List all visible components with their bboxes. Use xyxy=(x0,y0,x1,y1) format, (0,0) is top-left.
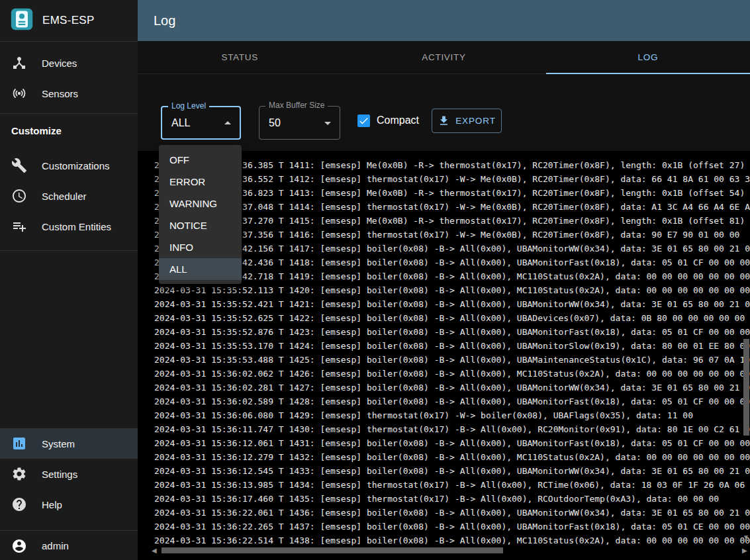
log-line: 2024-03-31 15:35:37.270 T 1415: [emsesp]… xyxy=(154,214,750,228)
sidebar-item-settings[interactable]: Settings xyxy=(0,459,138,489)
log-line: 2024-03-31 15:36:12.061 T 1431: [emsesp]… xyxy=(154,436,750,450)
sidebar-item-sensors[interactable]: Sensors xyxy=(0,78,138,109)
scroll-left-icon[interactable]: ◀ xyxy=(152,547,157,554)
user-name: admin xyxy=(42,540,69,551)
sidebar-item-devices[interactable]: Devices xyxy=(0,48,138,78)
sidebar-item-label: Help xyxy=(42,499,62,510)
max-buffer-size-select[interactable]: Max Buffer Size 50 xyxy=(259,106,340,140)
log-line: 2024-03-31 15:35:37.048 T 1414: [emsesp]… xyxy=(154,200,750,214)
help-icon xyxy=(11,496,27,512)
menu-item-error[interactable]: ERROR xyxy=(159,171,242,193)
log-line: 2024-03-31 15:36:12.545 T 1433: [emsesp]… xyxy=(154,464,750,478)
download-icon xyxy=(438,115,450,127)
menu-item-off[interactable]: OFF xyxy=(159,149,242,171)
log-line: 2024-03-31 15:36:02.281 T 1427: [emsesp]… xyxy=(154,381,750,395)
log-line: 2024-03-31 15:35:52.625 T 1422: [emsesp]… xyxy=(154,311,750,325)
export-button[interactable]: EXPORT xyxy=(432,109,502,133)
sidebar-item-scheduler[interactable]: Scheduler xyxy=(0,181,138,211)
scroll-down-icon[interactable]: ▼ xyxy=(743,534,749,541)
menu-item-info[interactable]: INFO xyxy=(159,236,242,258)
log-line: 2024-03-31 15:36:02.589 T 1428: [emsesp]… xyxy=(154,395,750,408)
log-line: 2024-03-31 15:35:42.156 T 1417: [emsesp]… xyxy=(154,242,750,256)
chevron-up-icon xyxy=(220,115,236,131)
sidebar-item-custom-entities[interactable]: Custom Entities xyxy=(0,211,138,242)
log-line: 2024-03-31 15:35:53.488 T 1425: [emsesp]… xyxy=(154,353,750,367)
tab-activity[interactable]: ACTIVITY xyxy=(342,41,545,73)
log-level-menu: OFF ERROR WARNING NOTICE INFO ALL xyxy=(159,145,242,284)
log-line: 2024-03-31 15:36:17.460 T 1435: [emsesp]… xyxy=(154,492,750,506)
log-line: 2024-03-31 15:36:02.062 T 1426: [emsesp]… xyxy=(154,367,750,381)
gear-icon xyxy=(11,466,27,482)
log-line: 2024-03-31 15:35:52.876 T 1423: [emsesp]… xyxy=(154,325,750,339)
sidebar-item-label: Customizations xyxy=(42,160,110,171)
sidebar-item-label: Scheduler xyxy=(42,191,87,202)
tab-bar: STATUS ACTIVITY LOG xyxy=(138,41,750,74)
log-line: 2024-03-31 15:35:53.170 T 1424: [emsesp]… xyxy=(154,339,750,353)
tab-log[interactable]: LOG xyxy=(546,41,750,73)
clock-icon xyxy=(11,188,27,204)
menu-item-notice[interactable]: NOTICE xyxy=(159,214,242,236)
log-line: 2024-03-31 15:35:37.356 T 1416: [emsesp]… xyxy=(154,228,750,242)
sidebar: EMS-ESP Devices Sensors Customize Custom… xyxy=(0,0,138,560)
divider xyxy=(0,113,138,114)
sidebar-item-label: Sensors xyxy=(42,88,78,99)
app-bar: Log xyxy=(138,0,750,41)
sensors-icon xyxy=(11,85,27,101)
sidebar-item-system[interactable]: System xyxy=(0,428,138,459)
horizontal-scrollbar-thumb[interactable] xyxy=(162,547,503,553)
account-circle-icon xyxy=(11,538,27,554)
log-line: 2024-03-31 15:35:42.718 T 1419: [emsesp]… xyxy=(154,269,750,283)
log-line: 2024-03-31 15:36:13.985 T 1434: [emsesp]… xyxy=(154,478,750,492)
tab-status[interactable]: STATUS xyxy=(138,41,342,73)
log-line: 2024-03-31 15:36:22.265 T 1437: [emsesp]… xyxy=(154,520,750,534)
log-level-select[interactable]: Log Level ALL xyxy=(161,106,241,140)
checkbox-checked-icon xyxy=(357,115,370,127)
menu-item-warning[interactable]: WARNING xyxy=(159,193,242,214)
sidebar-item-label: Devices xyxy=(42,58,77,69)
sidebar-item-label: Custom Entities xyxy=(42,221,111,232)
compact-label: Compact xyxy=(377,115,419,126)
log-line: 2024-03-31 15:35:52.421 T 1421: [emsesp]… xyxy=(154,297,750,311)
max-buffer-size-label: Max Buffer Size xyxy=(265,101,328,110)
chevron-down-icon xyxy=(320,115,336,131)
app-header: EMS-ESP xyxy=(0,0,138,41)
sidebar-item-customizations[interactable]: Customizations xyxy=(0,150,138,181)
log-line: 2024-03-31 15:36:22.061 T 1436: [emsesp]… xyxy=(154,506,750,520)
divider xyxy=(0,41,138,42)
system-chart-icon xyxy=(11,436,27,451)
sidebar-item-label: System xyxy=(42,438,75,449)
playlist-add-icon xyxy=(11,218,27,234)
divider xyxy=(0,530,138,531)
sidebar-item-label: Settings xyxy=(42,469,77,480)
divider xyxy=(0,250,138,251)
log-line: 2024-03-31 15:36:11.747 T 1430: [emsesp]… xyxy=(154,422,750,436)
sidebar-item-help[interactable]: Help xyxy=(0,489,138,520)
log-line: 2024-03-31 15:35:42.436 T 1418: [emsesp]… xyxy=(154,256,750,269)
log-line: 2024-03-31 15:35:52.113 T 1420: [emsesp]… xyxy=(154,283,750,297)
app-title: EMS-ESP xyxy=(42,14,95,27)
sidebar-user-admin[interactable]: admin xyxy=(0,532,138,560)
log-line: 2024-03-31 15:36:06.080 T 1429: [emsesp]… xyxy=(154,408,750,422)
compact-checkbox[interactable]: Compact xyxy=(357,108,419,133)
max-buffer-size-value: 50 xyxy=(269,117,281,129)
export-label: EXPORT xyxy=(455,116,496,126)
log-line: 2024-03-31 15:36:22.514 T 1438: [emsesp]… xyxy=(154,534,750,547)
log-level-value: ALL xyxy=(171,117,190,129)
device-hub-icon xyxy=(11,55,27,71)
app: EMS-ESP Devices Sensors Customize Custom… xyxy=(0,0,750,560)
log-level-label: Log Level xyxy=(168,101,209,111)
log-line: 2024-03-31 15:36:12.279 T 1432: [emsesp]… xyxy=(154,450,750,464)
wrench-icon xyxy=(11,158,27,173)
vertical-scrollbar-thumb[interactable] xyxy=(743,339,749,436)
sidebar-section-customize: Customize xyxy=(11,125,62,136)
menu-item-all[interactable]: ALL xyxy=(159,258,242,280)
log-line: 2024-03-31 15:35:36.823 T 1413: [emsesp]… xyxy=(154,186,750,200)
log-line: 2024-03-31 15:35:36.385 T 1411: [emsesp]… xyxy=(154,158,750,172)
log-line: 2024-03-31 15:35:36.552 T 1412: [emsesp]… xyxy=(154,172,750,186)
scroll-right-icon[interactable]: ▶ xyxy=(742,547,747,554)
page-title: Log xyxy=(154,13,175,28)
emsesp-logo-icon xyxy=(10,7,34,34)
